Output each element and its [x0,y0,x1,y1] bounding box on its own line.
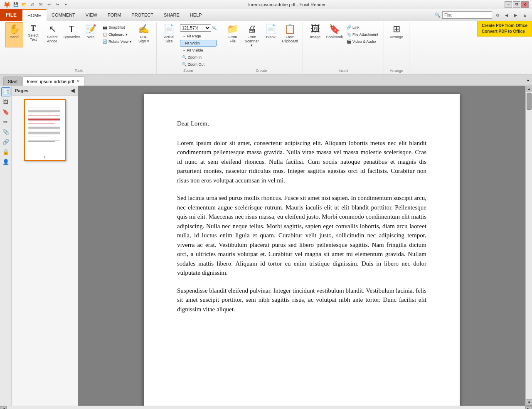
quick-email[interactable]: ✉ [37,1,44,8]
tab-form[interactable]: FORM [103,9,126,21]
blank-button[interactable]: 📄 Blank [262,22,280,47]
tab-dropdown-button[interactable]: ▾ [524,75,532,86]
scroll-right-button[interactable]: ▶ [525,406,532,409]
nav-forward[interactable]: ▶ [512,11,520,19]
scroll-left-button[interactable]: ◀ [0,406,7,409]
tools-group-label: Tools [74,68,83,74]
zoom-select[interactable]: 121.57% 100% 75% 150% [180,24,211,32]
quick-print[interactable]: 🖨 [29,1,36,8]
pdf-page: Dear Lorem, Lorem ipsum dolor sit amet, … [144,94,460,406]
search-input[interactable] [442,11,492,19]
clipboard-button[interactable]: 📋 Clipboard ▾ [101,31,134,38]
note-button[interactable]: 📝 Note [81,22,100,47]
document-tabs: Start lorem-ipsum-adobe.pdf ✕ ▾ [0,75,532,86]
tab-share[interactable]: SHARE [159,9,185,21]
arrange-button[interactable]: ⊞ Arrange [387,22,406,47]
main-area: 📑 🖼 🔖 ✏ 📎 🔗 🔒 👤 Pages ◀ [0,86,532,406]
ribbon-group-insert: 🖼 Image 🔖 Bookmark 🔗 Link 📎 File Attachm… [303,22,384,74]
left-sidebar: 📑 🖼 🔖 ✏ 📎 🔗 🔒 👤 [0,86,12,406]
fit-page-button[interactable]: ↔ Fit Page [180,33,217,39]
scroll-up-button[interactable]: ▲ [526,86,532,92]
tab-lorem-ipsum[interactable]: lorem-ipsum-adobe.pdf ✕ [22,76,84,86]
hand-tool-button[interactable]: ✋ Hand [5,22,23,47]
from-file-button[interactable]: 📁 FromFile [224,22,242,47]
sidebar-bookmarks-icon[interactable]: 🔖 [1,107,10,116]
arrange-group-label: Arrange [390,68,403,74]
search-bar: 🔍 ⚙ ◀ ▶ ▲ [435,9,532,21]
pages-panel-collapse[interactable]: ◀ [71,88,74,94]
insert-group-label: Insert [339,68,348,74]
scroll-thumb[interactable] [527,93,532,110]
image-button[interactable]: 🖼 Image [306,22,325,47]
pages-panel-content: 1 [12,96,78,406]
actual-size-button[interactable]: 📄 ActualSize [160,22,178,47]
ribbon-group-tools: ✋ Hand T SelectText ↖ SelectAnnot. T Typ… [2,22,157,74]
create-group-label: Create [256,68,267,74]
zoom-out-button[interactable]: 🔍 Zoom Out [180,61,217,68]
sidebar-pages-icon[interactable]: 📑 [1,87,10,96]
tab-view[interactable]: VIEW [81,9,103,21]
tab-protect[interactable]: PROTECT [126,9,159,21]
scroll-track[interactable] [526,92,532,399]
fit-width-button[interactable]: ↕ Fit Width [180,40,217,47]
hscroll-track[interactable] [7,406,525,409]
pdf-notify-bar[interactable]: Create PDF from Office Convert PDF to Of… [477,21,532,37]
sidebar-annotations-icon[interactable]: ✏ [1,117,10,126]
restore-button[interactable]: ⧉ [513,1,520,8]
zoom-in-button[interactable]: 🔍 Zoom In [180,54,217,61]
pages-panel: Pages ◀ [12,86,78,406]
minimize-button[interactable]: ─ [505,1,512,8]
from-clipboard-button[interactable]: 📋 FromClipboard [281,22,299,47]
quick-redo[interactable]: ↪ [54,1,61,8]
quick-save[interactable]: 💾 [12,1,20,8]
page-number-label: 1 [25,154,65,160]
pdf-viewer: Dear Lorem, Lorem ipsum dolor sit amet, … [78,86,525,406]
snapshot-button[interactable]: 📷 SnapShot [101,24,134,31]
pdf-sign-button[interactable]: ✍ PDFSign ▾ [135,22,153,47]
file-attachment-button[interactable]: 📎 File Attachment [345,31,380,38]
ribbon-group-zoom: 📄 ActualSize 121.57% 100% 75% 150% 🔍 ↔ F… [157,22,220,74]
zoom-group-label: Zoom [183,68,193,74]
sidebar-security-icon[interactable]: 🔒 [1,147,10,156]
file-menu-button[interactable]: FILE [0,9,22,21]
pdf-paragraph-1: Lorem ipsum dolor sit amet, consectetur … [177,138,426,185]
from-scanner-button[interactable]: 🖨 FromScanner ▾ [243,22,261,49]
vertical-scrollbar: ▲ ▼ [525,86,532,406]
video-audio-button[interactable]: 🎬 Video & Audio [345,38,380,45]
fit-visible-button[interactable]: ↔ Fit Visible [180,47,217,54]
tab-help[interactable]: HELP [185,9,207,21]
pages-panel-title: Pages [15,88,28,93]
select-annotation-button[interactable]: ↖ SelectAnnot. [43,22,62,47]
sidebar-links-icon[interactable]: 🔗 [1,137,10,146]
tab-comment[interactable]: COMMENT [47,9,81,21]
sidebar-user-icon[interactable]: 👤 [1,157,10,166]
tab-close-button[interactable]: ✕ [76,79,80,84]
ribbon-group-arrange: ⊞ Arrange Arrange [384,22,409,74]
tab-lorem-ipsum-label: lorem-ipsum-adobe.pdf [27,79,74,84]
scroll-down-button[interactable]: ▼ [526,399,532,406]
bookmark-button[interactable]: 🔖 Bookmark [325,22,344,47]
tab-home[interactable]: HOME [22,9,47,21]
sidebar-attachments-icon[interactable]: 📎 [1,127,10,136]
pdf-greeting: Dear Lorem, [177,119,426,128]
link-button[interactable]: 🔗 Link [345,24,380,31]
typewriter-button[interactable]: T Typewriter [62,22,81,47]
nav-up[interactable]: ▲ [521,11,529,19]
tab-start[interactable]: Start [3,76,22,86]
tab-start-label: Start [8,79,17,84]
menu-bar: FILE HOME COMMENT VIEW FORM PROTECT SHAR… [0,9,532,21]
quick-open[interactable]: 📂 [20,1,28,8]
pdf-paragraph-2: Sed lacinia urna sed purus mollis rhoncu… [177,193,426,278]
quick-undo[interactable]: ↩ [45,1,53,8]
pages-panel-header: Pages ◀ [12,86,78,96]
select-text-button[interactable]: T SelectText [24,22,42,47]
search-settings[interactable]: ⚙ [494,11,501,19]
rotate-view-button[interactable]: 🔄 Rotate View ▾ [101,38,134,45]
quick-more[interactable]: ▾ [62,1,69,8]
close-button[interactable]: ✕ [521,1,529,8]
nav-back[interactable]: ◀ [503,11,510,19]
pdf-paragraph-3: Suspendisse blandit eleifend pulvinar. I… [177,286,426,314]
ribbon: ✋ Hand T SelectText ↖ SelectAnnot. T Typ… [0,21,532,75]
page-thumbnail-1[interactable]: 1 [24,99,66,161]
sidebar-thumbnails-icon[interactable]: 🖼 [1,97,10,106]
